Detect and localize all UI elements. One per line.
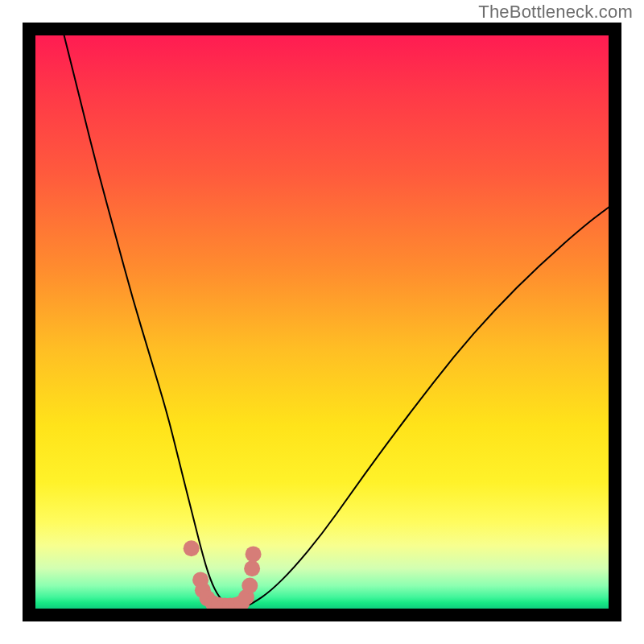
marker-cluster-group: [184, 540, 262, 609]
marker-dot: [242, 578, 258, 594]
chart-stage: TheBottleneck.com: [0, 0, 644, 644]
marker-dot: [244, 560, 260, 576]
chart-svg: [35, 35, 609, 609]
marker-dot: [184, 540, 200, 556]
watermark-text: TheBottleneck.com: [478, 2, 633, 23]
plot-area: [35, 35, 609, 609]
plot-frame: [23, 23, 621, 621]
marker-dot: [246, 546, 262, 562]
bottleneck-curve-path: [64, 35, 609, 609]
